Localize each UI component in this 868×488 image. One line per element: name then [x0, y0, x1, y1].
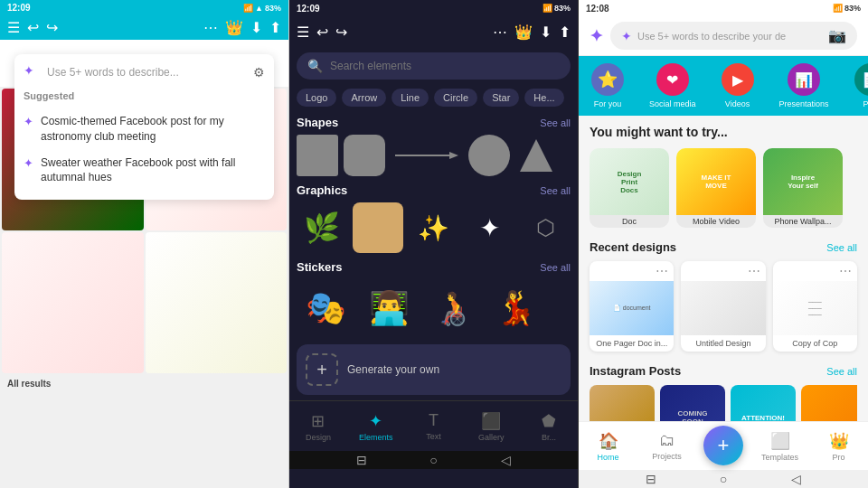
- sticker-4[interactable]: 💃: [486, 279, 544, 337]
- download-icon-2[interactable]: ⬇: [540, 23, 552, 41]
- shape-rounded[interactable]: [344, 135, 385, 176]
- recent-untitled[interactable]: ⋯ Untitled Design: [681, 261, 765, 352]
- sticker-3[interactable]: 🧑‍🦽: [423, 279, 481, 337]
- insta-card-2[interactable]: COMINGSOON: [660, 385, 725, 421]
- p2-nav-text[interactable]: T Text: [405, 411, 463, 441]
- cat-pr[interactable]: 📄 Pr...: [842, 56, 868, 116]
- shape-circle[interactable]: [468, 135, 510, 176]
- social-icon: ❤: [656, 63, 689, 96]
- crown-icon-2[interactable]: 👑: [514, 23, 533, 41]
- back-gesture-3[interactable]: ⊟: [643, 471, 659, 487]
- p2-nav-elements[interactable]: ✦ Elements: [347, 411, 405, 442]
- home-gesture-3[interactable]: ○: [715, 471, 731, 487]
- cat-presentations[interactable]: 📊 Presentations: [767, 56, 842, 116]
- p2-gallery-icon: ⬛: [481, 411, 501, 431]
- graphic-5[interactable]: ⬡: [520, 202, 571, 253]
- filter-icon[interactable]: ⚙: [253, 65, 265, 80]
- search-row[interactable]: ✦ Use 5+ words to describe... ⚙: [24, 63, 265, 81]
- cat-social[interactable]: ❤ Social media: [637, 56, 709, 116]
- graphic-1[interactable]: 🌿: [297, 202, 347, 253]
- sticker-2[interactable]: 👨‍💻: [360, 279, 418, 337]
- try-video-card[interactable]: MAKE ITMOVE Mobile Video: [676, 148, 756, 228]
- chip-logo[interactable]: Logo: [297, 89, 336, 107]
- redo-icon[interactable]: ↪: [46, 19, 58, 36]
- design-thumb-3[interactable]: [2, 232, 144, 374]
- recent-one-pager[interactable]: ⋯ 📄 document One Pager Doc in...: [590, 261, 674, 352]
- undo-icon-2[interactable]: ↩: [316, 23, 328, 41]
- try-cards: DesignPrintDocs Doc MAKE ITMOVE Mobile V…: [590, 148, 857, 228]
- search-placeholder[interactable]: Use 5+ words to describe...: [47, 66, 248, 79]
- design-thumb-4[interactable]: [146, 232, 288, 374]
- shape-triangle[interactable]: [515, 135, 557, 176]
- redo-icon-2[interactable]: ↪: [335, 23, 347, 41]
- share-icon-2[interactable]: ⬆: [559, 23, 571, 41]
- p3-nav-templates[interactable]: ⬜ Templates: [750, 431, 809, 462]
- untitled-menu[interactable]: ⋯: [681, 261, 765, 281]
- graphic-2[interactable]: [353, 202, 403, 253]
- p2-nav-gallery[interactable]: ⬛ Gallery: [462, 411, 520, 442]
- chip-line[interactable]: Line: [392, 89, 429, 107]
- recent-copy[interactable]: ⋯ ───────── Copy of Cop: [773, 261, 857, 352]
- graphics-see-all[interactable]: See all: [540, 185, 571, 196]
- graphic-4[interactable]: ✦: [464, 202, 514, 253]
- fab-create-button[interactable]: +: [703, 426, 743, 465]
- chip-star[interactable]: Star: [483, 89, 519, 107]
- shape-square[interactable]: [297, 135, 338, 176]
- p3-nav-pro[interactable]: 👑 Pro: [809, 431, 868, 462]
- camera-icon[interactable]: 📷: [828, 27, 846, 44]
- pr-icon: 📄: [854, 63, 868, 96]
- phone-3: 12:08 📶 83% ✦ ✦ Use 5+ words to describe…: [579, 0, 868, 488]
- magic-search-bar[interactable]: ✦ Use 5+ words to describe your de 📷: [610, 22, 857, 50]
- recent-gesture-3[interactable]: ◁: [788, 471, 804, 487]
- sticker-1[interactable]: 🎭: [297, 279, 354, 337]
- download-icon[interactable]: ⬇: [250, 19, 262, 36]
- untitled-thumb: [681, 281, 765, 335]
- stickers-see-all[interactable]: See all: [540, 262, 571, 273]
- try-wallpaper-card[interactable]: InspireYour self Phone Wallpa...: [763, 148, 843, 228]
- p2-brand-label: Br...: [542, 433, 556, 442]
- elements-search-input[interactable]: [330, 60, 560, 72]
- shape-arrow[interactable]: [391, 135, 463, 176]
- chip-he[interactable]: He...: [524, 89, 563, 107]
- chip-arrow[interactable]: Arrow: [342, 89, 386, 107]
- dots-icon-3[interactable]: ⋯: [839, 264, 852, 278]
- more-icon[interactable]: ⋯: [203, 19, 218, 36]
- recent-see-all[interactable]: See all: [826, 242, 857, 253]
- dots-icon-1[interactable]: ⋯: [656, 264, 668, 278]
- suggestion-1[interactable]: ✦ Cosmic-themed Facebook post for my ast…: [24, 108, 265, 150]
- menu-icon[interactable]: ☰: [7, 19, 20, 36]
- insta-card-3[interactable]: ATTENTION!: [731, 385, 796, 421]
- cat-videos[interactable]: ▶ Videos: [709, 56, 767, 116]
- insta-card-1[interactable]: [590, 385, 655, 421]
- recent-gesture-2[interactable]: ◁: [497, 452, 514, 468]
- copy-menu[interactable]: ⋯: [773, 261, 857, 281]
- suggestion-2[interactable]: ✦ Sweater weather Facebook post with fal…: [24, 150, 265, 192]
- p2-nav-design[interactable]: ⊞ Design: [289, 411, 347, 442]
- home-gesture-2[interactable]: ○: [425, 452, 441, 468]
- try-doc-card[interactable]: DesignPrintDocs Doc: [590, 148, 669, 228]
- menu-icon-2[interactable]: ☰: [297, 23, 309, 41]
- status-icons-3: 📶 83%: [833, 4, 861, 13]
- stickers-row: 🎭 👨‍💻 🧑‍🦽 💃: [297, 279, 571, 337]
- more-icon-2[interactable]: ⋯: [493, 23, 507, 41]
- cat-for-you[interactable]: ⭐ For you: [579, 56, 637, 116]
- undo-icon[interactable]: ↩: [27, 19, 39, 36]
- chip-circle[interactable]: Circle: [434, 89, 477, 107]
- p2-nav-brand[interactable]: ⬟ Br...: [520, 411, 578, 442]
- graphic-3[interactable]: ✨: [409, 202, 459, 253]
- p3-nav-home[interactable]: 🏠 Home: [579, 431, 637, 462]
- ai-plus-button[interactable]: +: [306, 353, 338, 386]
- instagram-section: Instagram Posts See all COMINGSOON ATTEN…: [590, 364, 857, 421]
- dots-icon-2[interactable]: ⋯: [748, 264, 760, 278]
- crown-icon[interactable]: 👑: [225, 19, 243, 36]
- back-gesture-2[interactable]: ⊟: [354, 452, 370, 468]
- p2-elements-icon: ✦: [369, 411, 382, 431]
- insta-card-4[interactable]: [801, 385, 857, 421]
- shapes-see-all[interactable]: See all: [540, 117, 571, 128]
- insta-see-all[interactable]: See all: [826, 366, 857, 377]
- elements-search-bar[interactable]: 🔍: [297, 52, 571, 80]
- magic-placeholder[interactable]: Use 5+ words to describe your de: [637, 31, 823, 42]
- p3-nav-projects[interactable]: 🗂 Projects: [637, 431, 696, 461]
- share-icon[interactable]: ⬆: [269, 19, 281, 36]
- one-pager-menu[interactable]: ⋯: [590, 261, 674, 281]
